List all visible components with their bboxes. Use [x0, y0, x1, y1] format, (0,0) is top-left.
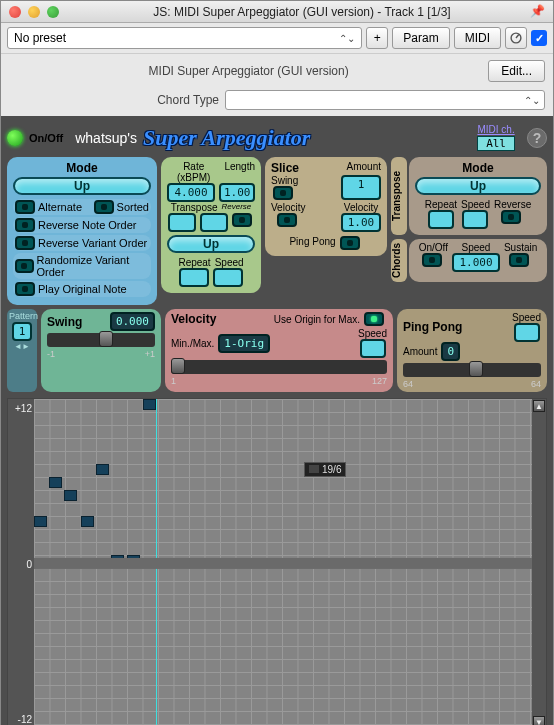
v-speed-input[interactable]: [360, 339, 386, 358]
pp-amount-input[interactable]: 0: [441, 342, 460, 361]
speed-input[interactable]: [213, 268, 243, 287]
midi-ch-label: MIDI ch.: [477, 124, 515, 135]
mode-select[interactable]: Up: [13, 177, 151, 195]
t-speed-label: Speed: [461, 199, 490, 210]
swing-panel: Swing0.000 -1+1: [41, 309, 161, 392]
c-speed-label: Speed: [461, 242, 490, 253]
grid-cell[interactable]: [81, 516, 94, 527]
v-lo: 1: [171, 376, 176, 386]
grid-tooltip: 19/6: [304, 462, 346, 477]
power-led-icon[interactable]: [7, 130, 23, 146]
c-onoff-toggle[interactable]: [422, 253, 442, 267]
pattern-box: Pattern 1 ◄►: [7, 309, 37, 392]
reverse-label: Reverse: [222, 202, 252, 213]
pin-icon[interactable]: 📌: [530, 4, 545, 18]
slice-swing-toggle[interactable]: [273, 186, 293, 200]
pp-lo: 64: [403, 379, 413, 389]
bypass-checkbox[interactable]: ✓: [531, 30, 547, 46]
sorted-toggle[interactable]: [94, 200, 114, 214]
help-button[interactable]: ?: [527, 128, 547, 148]
rev-note-toggle[interactable]: [15, 218, 35, 232]
rev-note-label: Reverse Note Order: [38, 219, 136, 231]
swing-slider[interactable]: [47, 333, 155, 347]
pingpong-panel: Ping PongSpeed Amount0 6464: [397, 309, 547, 392]
alternate-label: Alternate: [38, 201, 82, 213]
t-repeat-input[interactable]: [428, 210, 454, 229]
c-sustain-toggle[interactable]: [509, 253, 529, 267]
minimize-icon[interactable]: [28, 6, 40, 18]
orig-input[interactable]: 1-Orig: [218, 334, 270, 353]
play-orig-toggle[interactable]: [15, 282, 35, 296]
pp-speed-input[interactable]: [514, 323, 540, 342]
amount-input[interactable]: 1: [341, 175, 381, 200]
ui-knob-button[interactable]: [505, 27, 527, 49]
length-label: Length: [224, 161, 255, 183]
pp-amount-label: Amount: [403, 346, 437, 357]
svg-line-1: [516, 35, 519, 39]
repeat-input[interactable]: [179, 268, 209, 287]
pp-title: Ping Pong: [403, 320, 462, 334]
grid-vscrollbar[interactable]: ▲ ▼: [532, 399, 546, 725]
add-preset-button[interactable]: +: [366, 27, 388, 49]
velocity-panel: VelocityUse Origin for Max. Min./Max.1-O…: [165, 309, 393, 392]
grid-cell[interactable]: [96, 464, 109, 475]
grid-cell[interactable]: [111, 555, 124, 566]
grid-cell[interactable]: [143, 399, 156, 410]
rand-variant-toggle[interactable]: [15, 259, 34, 273]
transpose2-input[interactable]: [200, 213, 228, 232]
chord-type-label: Chord Type: [157, 93, 219, 107]
midi-ch-select[interactable]: All: [477, 136, 515, 151]
transpose-input[interactable]: [168, 213, 196, 232]
rate-up-button[interactable]: Up: [167, 235, 255, 253]
slice-vel-toggle[interactable]: [277, 213, 297, 227]
c-onoff-label: On/Off: [419, 242, 448, 253]
length-input[interactable]: 1.00: [219, 183, 255, 202]
rand-variant-label: Randomize Variant Order: [37, 254, 149, 278]
slice-panel: SliceAmount Swing1 VelocityVelocity1.00 …: [265, 157, 387, 256]
logo-title: Super Arpeggiator: [143, 125, 310, 151]
swing-title: Swing: [47, 315, 82, 329]
dropdown-icon: ⌃⌄: [524, 95, 540, 106]
scroll-up-icon[interactable]: ▲: [533, 400, 545, 412]
scroll-down-icon[interactable]: ▼: [533, 716, 545, 725]
chord-type-select[interactable]: ⌃⌄: [225, 90, 545, 110]
reverse-toggle[interactable]: [232, 213, 252, 227]
use-origin-toggle[interactable]: [364, 312, 384, 326]
grid-cell[interactable]: [34, 516, 47, 527]
transpose-mode-select[interactable]: Up: [415, 177, 541, 195]
preset-select[interactable]: No preset⌃⌄: [7, 27, 362, 49]
dropdown-icon: ⌃⌄: [339, 33, 355, 44]
edit-button[interactable]: Edit...: [488, 60, 545, 82]
transpose-sidebar: Transpose: [391, 157, 407, 235]
alternate-toggle[interactable]: [15, 200, 35, 214]
t-reverse-toggle[interactable]: [501, 210, 521, 224]
grid-cell[interactable]: [49, 477, 62, 488]
playhead-marker: [156, 399, 157, 725]
pingpong-label: Ping Pong: [289, 236, 335, 250]
midi-button[interactable]: MIDI: [454, 27, 501, 49]
velocity-slider[interactable]: [171, 360, 387, 374]
velocity-label: Velocity: [271, 202, 305, 213]
grid-area[interactable]: 19/6: [34, 399, 532, 725]
grid-cell[interactable]: [64, 490, 77, 501]
zoom-icon[interactable]: [47, 6, 59, 18]
rev-variant-label: Reverse Variant Order: [38, 237, 147, 249]
param-button[interactable]: Param: [392, 27, 449, 49]
grid-cell[interactable]: [127, 555, 140, 566]
slice-title: Slice: [271, 161, 343, 175]
slice-vel-input[interactable]: 1.00: [341, 213, 381, 232]
preset-label: No preset: [14, 31, 66, 45]
t-speed-input[interactable]: [462, 210, 488, 229]
rate-input[interactable]: 4.000: [167, 183, 215, 202]
pp-slider[interactable]: [403, 363, 541, 377]
window-title: JS: MIDI Super Arpeggiator (GUI version)…: [59, 5, 545, 19]
rev-variant-toggle[interactable]: [15, 236, 35, 250]
slice-pp-toggle[interactable]: [340, 236, 360, 250]
swing-hi: +1: [145, 349, 155, 359]
transpose-panel: Mode Up Repeat Speed Reverse: [409, 157, 547, 235]
close-icon[interactable]: [9, 6, 21, 18]
pattern-input[interactable]: 1: [12, 322, 32, 341]
c-speed-input[interactable]: 1.000: [452, 253, 500, 272]
amount-label: Amount: [347, 161, 381, 175]
swing-value[interactable]: 0.000: [110, 312, 155, 331]
